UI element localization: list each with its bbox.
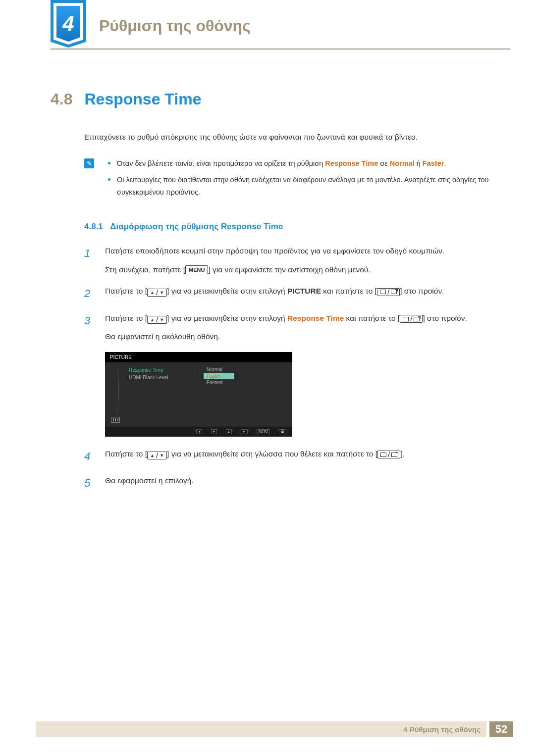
step-3-sub: Θα εμφανιστεί η ακόλουθη οθόνη. xyxy=(105,330,500,343)
updown-key: ▲/▼ xyxy=(147,289,167,297)
osd-nav: ◂ ▾ ▴ ↵ AUTO ⏻ xyxy=(105,427,292,437)
subsection-number: 4.8.1 xyxy=(84,222,103,231)
note-block: ✎ Όταν δεν βλέπετε ταινία, είναι προτιμό… xyxy=(84,157,500,202)
step-4: 4 Πατήστε το [▲/▼] για να μετακινηθείτε … xyxy=(84,448,500,465)
updown-key: ▲/▼ xyxy=(147,452,167,459)
osd-option-normal: Normal xyxy=(204,366,234,373)
osd-title: PICTURE xyxy=(105,352,292,362)
enter-key: / xyxy=(400,315,423,323)
osd-menu: Response Time HDMI Black Level : Normal … xyxy=(129,366,287,423)
step-number: 1 xyxy=(84,245,94,276)
step-body: Θα εφαρμοστεί η επιλογή. xyxy=(105,474,500,492)
section-number: 4.8 xyxy=(51,90,72,108)
nav-down-icon: ▾ xyxy=(211,429,217,434)
nav-left-icon: ◂ xyxy=(196,429,202,434)
enter-key: / xyxy=(377,288,400,296)
step-number: 5 xyxy=(84,474,94,492)
step-1-sub: Στη συνέχεια, πατήστε [MENU] για να εμφα… xyxy=(105,263,500,276)
step-body: Πατήστε το [▲/▼] για να μετακινηθείτε στ… xyxy=(105,312,500,343)
step-number: 3 xyxy=(84,312,94,343)
nav-enter-icon: ↵ xyxy=(241,429,248,434)
osd-item-hdmi-black: HDMI Black Level xyxy=(129,374,188,381)
subsection-title: Διαμόρφωση της ρύθμισης Response Time xyxy=(110,222,283,231)
footer-text: 4 Ρύθμιση της οθόνης xyxy=(36,721,486,737)
chapter-title: Ρύθμιση της οθόνης xyxy=(99,17,251,35)
note-icon: ✎ xyxy=(84,158,94,168)
osd-item-response-time: Response Time xyxy=(129,366,188,374)
keyword-picture: PICTURE xyxy=(287,287,321,295)
menu-key: MENU xyxy=(185,265,208,274)
osd-body: Response Time HDMI Black Level : Normal … xyxy=(105,362,292,427)
keyword-response-time: Response Time xyxy=(287,314,344,322)
battery-icon xyxy=(111,417,120,423)
osd-option-fastest: Fastest xyxy=(204,379,234,386)
nav-up-icon: ▴ xyxy=(226,429,232,434)
osd-items: Response Time HDMI Black Level xyxy=(129,366,188,423)
osd-colon: : xyxy=(195,366,197,423)
subsection-heading: 4.8.1 Διαμόρφωση της ρύθμισης Response T… xyxy=(84,222,500,232)
step-3: 3 Πατήστε το [▲/▼] για να μετακινηθείτε … xyxy=(84,312,500,343)
keyword-faster: Faster xyxy=(423,159,444,167)
note-list: Όταν δεν βλέπετε ταινία, είναι προτιμότε… xyxy=(108,157,500,202)
page-content: 4.8 Response Time Επιταχύνετε το ρυθμό α… xyxy=(51,90,500,501)
step-number: 4 xyxy=(84,448,94,465)
nav-power-icon: ⏻ xyxy=(279,429,286,434)
note-item-2: Οι λειτουργίες που διατίθενται στην οθόν… xyxy=(108,174,500,198)
step-body: Πατήστε οποιοδήποτε κουμπί στην πρόσοψη … xyxy=(105,245,500,276)
nav-auto: AUTO xyxy=(257,429,270,434)
step-body: Πατήστε το [▲/▼] για να μετακινηθείτε στ… xyxy=(105,285,500,302)
note-item-1: Όταν δεν βλέπετε ταινία, είναι προτιμότε… xyxy=(108,157,500,170)
chapter-number: 4 xyxy=(56,6,80,42)
updown-key: ▲/▼ xyxy=(147,316,167,324)
step-1: 1 Πατήστε οποιοδήποτε κουμπί στην πρόσοψ… xyxy=(84,245,500,276)
step-number: 2 xyxy=(84,285,94,302)
section-heading: 4.8 Response Time xyxy=(51,90,500,108)
step-5: 5 Θα εφαρμοστεί η επιλογή. xyxy=(84,474,500,492)
enter-key: / xyxy=(377,451,400,458)
osd-options: Normal Faster Fastest xyxy=(204,366,287,423)
keyword-normal: Normal xyxy=(390,159,415,167)
keyword-response-time: Response Time xyxy=(325,159,378,167)
step-body: Πατήστε το [▲/▼] για να μετακινηθείτε στ… xyxy=(105,448,500,465)
footer-page-number: 52 xyxy=(489,721,513,737)
section-intro: Επιταχύνετε το ρυθμό απόκρισης της οθόνη… xyxy=(84,131,500,143)
step-2: 2 Πατήστε το [▲/▼] για να μετακινηθείτε … xyxy=(84,285,500,302)
osd-option-faster: Faster xyxy=(204,373,234,379)
footer: 4 Ρύθμιση της οθόνης 52 xyxy=(36,721,513,737)
section-title: Response Time xyxy=(84,90,201,108)
osd-left-icons xyxy=(109,366,122,423)
osd-screenshot: PICTURE Response Time HDMI Black Level :… xyxy=(105,352,292,437)
